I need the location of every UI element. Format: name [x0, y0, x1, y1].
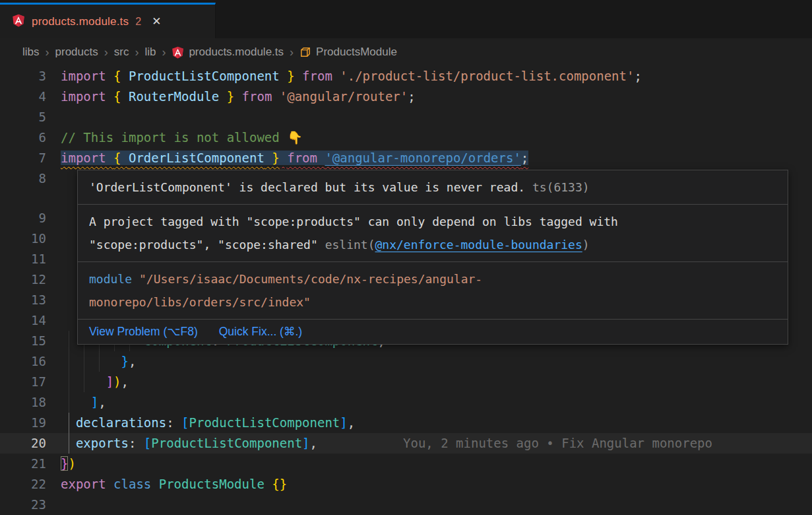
view-problem-action[interactable]: View Problem (⌥F8)	[89, 325, 198, 339]
breadcrumb-label: ProductsModule	[316, 46, 397, 59]
breadcrumb-item-src[interactable]: src	[114, 46, 129, 59]
hover-popup: 'OrderListComponent' is declared but its…	[77, 170, 788, 345]
module-path-line2: monorepo/libs/orders/src/index"	[89, 295, 311, 309]
gutter: 18	[0, 392, 61, 413]
line-number: 4	[0, 86, 46, 107]
gutter: 16	[0, 351, 61, 372]
code-line-3[interactable]: 3import { ProductListComponent } from '.…	[0, 66, 812, 86]
indent-guide	[84, 372, 84, 392]
editor-tab-bar: products.module.ts 2 ✕	[0, 0, 812, 38]
code-line-content: exports: [ProductListComponent],You, 2 m…	[61, 433, 812, 454]
code-line-22[interactable]: 22export class ProductsModule {}	[0, 474, 812, 495]
angular-file-icon	[172, 46, 184, 59]
code-line-20[interactable]: 20 exports: [ProductListComponent],You, …	[0, 433, 812, 454]
gutter: 19	[0, 413, 61, 433]
code-line-6[interactable]: 6// This import is not allowed 👇	[0, 127, 812, 148]
line-number: 11	[0, 249, 46, 269]
code-line-content	[61, 495, 812, 515]
line-number: 22	[0, 474, 46, 495]
hover-module-info: module"/Users/isaac/Documents/code/nx-re…	[78, 261, 788, 319]
ts-diagnostic-message: 'OrderListComponent' is declared but its…	[89, 180, 525, 194]
vscode-window: products.module.ts 2 ✕ libs›products›src…	[0, 0, 812, 515]
breadcrumb-label: products.module.ts	[189, 46, 284, 59]
gutter: 6	[0, 127, 61, 148]
code-line-7[interactable]: 7import { OrderListComponent } from '@an…	[0, 148, 812, 168]
indent-guide	[99, 351, 100, 372]
gutter: 4	[0, 86, 61, 107]
line-number: 6	[0, 127, 46, 148]
breadcrumb-item-productsmodule[interactable]: ProductsModule	[299, 46, 397, 59]
line-number: 7	[0, 148, 46, 168]
gutter: 9	[0, 208, 61, 228]
line-number: 13	[0, 290, 46, 310]
eslint-rule-link[interactable]: @nx/enforce-module-boundaries	[375, 238, 582, 252]
code-line-content: ]),	[61, 372, 812, 392]
line-number: 14	[0, 310, 46, 331]
breadcrumb-label: libs	[22, 46, 40, 59]
line-number: 3	[0, 66, 46, 86]
line-number: 21	[0, 454, 46, 474]
breadcrumb-label: products	[55, 46, 98, 59]
breadcrumb-item-products-module-ts[interactable]: products.module.ts	[172, 46, 284, 59]
module-path-line1: "/Users/isaac/Documents/code/nx-recipes/…	[139, 272, 482, 286]
line-number: 19	[0, 413, 46, 433]
code-line-23[interactable]: 23	[0, 495, 812, 515]
line-number: 16	[0, 351, 46, 372]
code-line-content	[61, 107, 812, 127]
eslint-message-line2: "scope:products", "scope:shared" eslint(…	[89, 233, 776, 256]
ts-diagnostic-code: ts(6133)	[525, 180, 590, 194]
code-line-content: },	[61, 351, 812, 372]
code-line-5[interactable]: 5	[0, 107, 812, 127]
breadcrumb-label: lib	[144, 46, 156, 59]
git-blame-annotation: You, 2 minutes ago • Fix Angular monorep…	[403, 436, 712, 450]
class-symbol-icon	[299, 46, 311, 58]
indent-guide	[69, 351, 69, 372]
line-number: 8	[0, 168, 46, 189]
gutter: 3	[0, 66, 61, 86]
breadcrumb-separator: ›	[290, 46, 294, 59]
hover-eslint-diagnostic: A project tagged with "scope:products" c…	[78, 204, 788, 261]
code-line-content: ],	[61, 392, 812, 413]
code-line-16[interactable]: 16 },	[0, 351, 812, 372]
code-line-17[interactable]: 17 ]),	[0, 372, 812, 392]
gutter: 15	[0, 331, 61, 351]
error-squiggle-range: import { OrderListComponent } from '@ang…	[61, 151, 528, 165]
code-line-21[interactable]: 21})	[0, 454, 812, 474]
code-line-content: import { ProductListComponent } from './…	[61, 66, 812, 86]
tab-products-module[interactable]: products.module.ts 2 ✕	[0, 3, 216, 38]
gutter: 14	[0, 310, 61, 331]
code-line-4[interactable]: 4import { RouterModule } from '@angular/…	[0, 86, 812, 107]
gutter: 21	[0, 454, 61, 474]
breadcrumb-separator: ›	[135, 46, 139, 59]
code-line-content: // This import is not allowed 👇	[61, 127, 812, 148]
line-number: 10	[0, 228, 46, 249]
breadcrumb-separator: ›	[46, 46, 49, 59]
code-line-content: export class ProductsModule {}	[61, 474, 812, 495]
indent-guide	[69, 372, 69, 392]
line-number: 17	[0, 372, 46, 392]
code-line-18[interactable]: 18 ],	[0, 392, 812, 413]
breadcrumb: libs›products›src›lib›products.module.ts…	[0, 38, 812, 66]
line-number: 12	[0, 269, 46, 290]
gutter: 10	[0, 228, 61, 249]
breadcrumb-item-lib[interactable]: lib	[144, 46, 156, 59]
hover-ts-diagnostic: 'OrderListComponent' is declared but its…	[78, 170, 788, 204]
breadcrumb-item-products[interactable]: products	[55, 46, 98, 59]
gutter: 22	[0, 474, 61, 495]
quick-fix-action[interactable]: Quick Fix... (⌘.)	[219, 325, 302, 339]
indent-guide	[69, 331, 69, 351]
breadcrumb-separator: ›	[162, 46, 166, 59]
breadcrumb-separator: ›	[104, 46, 108, 59]
line-number: 15	[0, 331, 46, 351]
module-import-link[interactable]: '@angular-monorepo/orders'	[325, 151, 520, 165]
tab-close-icon[interactable]: ✕	[152, 15, 161, 28]
indent-guide	[84, 351, 84, 372]
angular-file-icon	[12, 14, 25, 30]
gutter: 7	[0, 148, 61, 168]
code-line-19[interactable]: 19 declarations: [ProductListComponent],	[0, 413, 812, 433]
code-line-content: declarations: [ProductListComponent],	[61, 413, 812, 433]
line-number: 20	[0, 433, 46, 454]
gutter: 20	[0, 433, 61, 454]
line-number: 23	[0, 495, 46, 515]
breadcrumb-item-libs[interactable]: libs	[22, 46, 40, 59]
